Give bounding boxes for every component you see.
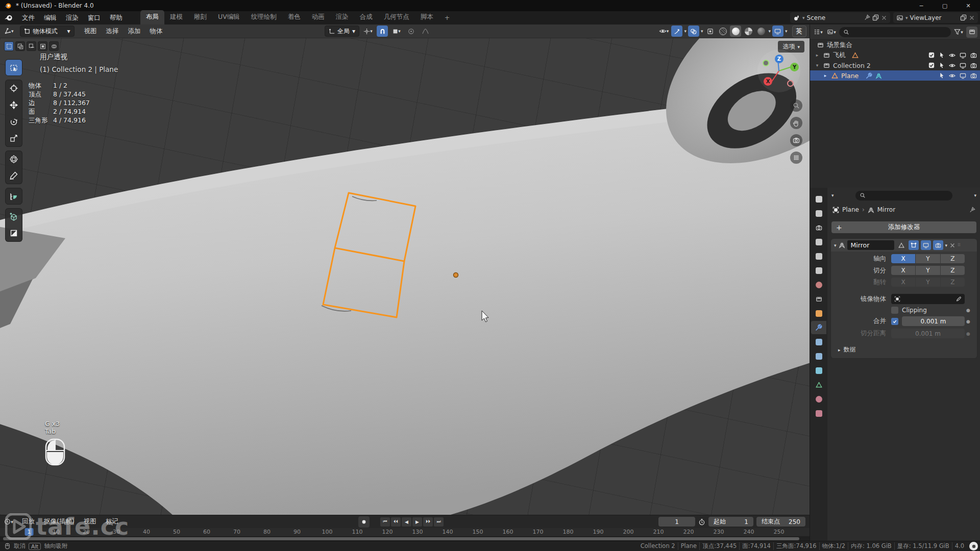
properties-tab-scene[interactable] xyxy=(811,264,826,277)
viewport-menu-0[interactable]: 视图 xyxy=(80,25,102,38)
workspace-tab-0[interactable]: 布局 xyxy=(140,10,164,24)
snap-target-dropdown[interactable]: ▾ xyxy=(391,26,402,37)
workspace-tab-5[interactable]: 着色 xyxy=(282,10,306,24)
drag-handle-icon[interactable]: ⠿ xyxy=(958,243,961,247)
properties-tab-tool[interactable] xyxy=(811,207,826,220)
outliner-row-collection2[interactable]: ▾ Collection 2 xyxy=(810,60,980,70)
menu-4[interactable]: 帮助 xyxy=(105,12,127,23)
selectable-icon[interactable] xyxy=(939,52,945,58)
jump-to-end-button[interactable]: ⏭ xyxy=(434,517,444,527)
select-mode-extend[interactable] xyxy=(15,41,25,51)
mirror-modifier-icon[interactable] xyxy=(875,72,882,79)
tool-select-box[interactable] xyxy=(5,59,22,76)
axis-x-handle[interactable]: X xyxy=(764,77,772,86)
properties-tab-texture[interactable] xyxy=(811,407,826,420)
axis-z-handle[interactable]: Z xyxy=(775,55,783,63)
workspace-tab-8[interactable]: 合成 xyxy=(354,10,378,24)
animate-dot[interactable]: ● xyxy=(965,319,972,324)
bisect-x-button[interactable]: X xyxy=(891,266,915,275)
current-frame-badge[interactable]: 1 xyxy=(25,528,34,536)
workspace-tab-3[interactable]: UV编辑 xyxy=(212,10,246,24)
workspace-tab-4[interactable]: 纹理绘制 xyxy=(246,10,282,24)
snap-toggle[interactable] xyxy=(377,26,388,37)
editor-type-dropdown[interactable]: ▾ xyxy=(3,26,15,37)
disable-viewport-icon[interactable] xyxy=(960,62,966,69)
select-mode-subtract[interactable] xyxy=(27,41,36,51)
prev-keyframe-button[interactable]: ⏴⏴ xyxy=(391,517,401,527)
properties-tab-collection[interactable] xyxy=(811,292,826,306)
animate-dot[interactable]: ● xyxy=(965,308,972,313)
properties-tab-particles[interactable] xyxy=(811,335,826,348)
axis-z-button[interactable]: Z xyxy=(941,254,965,263)
expand-arrow-icon[interactable]: ▸ xyxy=(822,73,828,78)
data-section-header[interactable]: ▸ 数据 xyxy=(838,345,977,354)
pin-icon[interactable] xyxy=(864,14,870,21)
mirror-object-field[interactable] xyxy=(891,294,965,304)
scrollbar-thumb[interactable] xyxy=(3,537,799,540)
delete-viewlayer-icon[interactable] xyxy=(969,15,975,21)
properties-tab-object[interactable] xyxy=(811,307,826,320)
new-viewlayer-icon[interactable] xyxy=(960,14,967,21)
bisect-distance-field[interactable]: 0.001 m xyxy=(891,329,965,338)
collapse-arrow-icon[interactable]: ▾ xyxy=(814,63,820,68)
gizmo-dropdown[interactable]: ▾ xyxy=(684,29,687,34)
minimize-button[interactable]: ─ xyxy=(910,0,933,11)
scene-selector[interactable]: ▾ Scene xyxy=(790,12,890,23)
zoom-tool-icon[interactable] xyxy=(790,99,802,112)
viewport-3d[interactable]: 选项 ▾ 用户透视 (1) Collection 2 | Plane 物体1 /… xyxy=(0,38,810,515)
show-overlays-toggle[interactable] xyxy=(688,26,699,37)
render-preview-toggle[interactable] xyxy=(772,26,783,37)
selectable-icon[interactable] xyxy=(939,72,945,79)
ortho-toggle-icon[interactable] xyxy=(790,152,802,164)
hide-viewport-eye-icon[interactable] xyxy=(949,62,955,69)
outliner-row-plane[interactable]: ▸ Plane xyxy=(810,70,980,81)
tool-scale[interactable] xyxy=(5,130,22,147)
frame-start-field[interactable]: 起始 1 xyxy=(708,517,753,527)
properties-tab-output[interactable] xyxy=(811,235,826,248)
timeline-menu-3[interactable]: 标记 xyxy=(101,515,123,528)
properties-search-input[interactable] xyxy=(855,191,952,201)
bisect-y-button[interactable]: Y xyxy=(916,266,940,275)
new-collection-button[interactable] xyxy=(966,27,977,38)
auto-keying-toggle[interactable] xyxy=(358,516,370,528)
clipping-checkbox[interactable] xyxy=(891,307,898,314)
menu-2[interactable]: 渲染 xyxy=(61,12,83,23)
delete-scene-icon[interactable] xyxy=(881,15,887,21)
properties-tab-constraints[interactable] xyxy=(811,364,826,377)
camera-view-icon[interactable] xyxy=(790,134,802,146)
workspace-tab-10[interactable]: 脚本 xyxy=(415,10,439,24)
delete-modifier-icon[interactable] xyxy=(949,242,955,248)
animate-dot[interactable]: ● xyxy=(965,331,972,336)
breadcrumb-object[interactable]: Plane xyxy=(842,206,859,213)
add-workspace-button[interactable]: + xyxy=(439,11,455,24)
select-mode-invert[interactable] xyxy=(38,41,47,51)
play-button[interactable]: ▶ xyxy=(412,517,422,527)
checkbox-icon[interactable] xyxy=(928,52,935,58)
next-keyframe-button[interactable]: ⏵⏵ xyxy=(423,517,433,527)
edit-mode-toggle[interactable] xyxy=(909,240,919,250)
properties-tab-physics[interactable] xyxy=(811,349,826,363)
workspace-tab-7[interactable]: 渲染 xyxy=(330,10,354,24)
new-scene-icon[interactable] xyxy=(872,14,879,21)
properties-options-dropdown[interactable]: ▾ xyxy=(974,193,976,198)
render-toggle[interactable] xyxy=(933,240,943,250)
timeline-menu-0[interactable]: 回放 xyxy=(17,515,39,528)
tool-transform[interactable] xyxy=(5,151,22,167)
modifier-name-field[interactable]: Mirror xyxy=(847,240,894,250)
selectable-icon[interactable] xyxy=(939,62,945,68)
show-gizmo-toggle[interactable] xyxy=(671,26,682,37)
checkbox-icon[interactable] xyxy=(928,62,935,68)
shading-rendered[interactable] xyxy=(755,26,767,37)
outliner-filter-id-dropdown[interactable]: ▾ xyxy=(826,27,837,38)
tool-paint-select[interactable] xyxy=(5,225,22,242)
pin-icon[interactable] xyxy=(969,207,975,213)
workspace-tab-6[interactable]: 动画 xyxy=(306,10,330,24)
select-mode-intersect[interactable] xyxy=(49,41,59,51)
tool-measure[interactable] xyxy=(5,188,22,205)
outliner-row-scene-collection[interactable]: 场景集合 xyxy=(810,40,980,50)
properties-tab-view-layer[interactable] xyxy=(811,249,826,263)
timeline-ruler[interactable]: 1 10203040506070809010011012013014015016… xyxy=(0,528,810,536)
menu-0[interactable]: 文件 xyxy=(17,12,39,23)
axis-neg-y-handle[interactable] xyxy=(763,60,769,66)
transform-orientation-dropdown[interactable]: 全局 ▾ xyxy=(325,26,359,37)
